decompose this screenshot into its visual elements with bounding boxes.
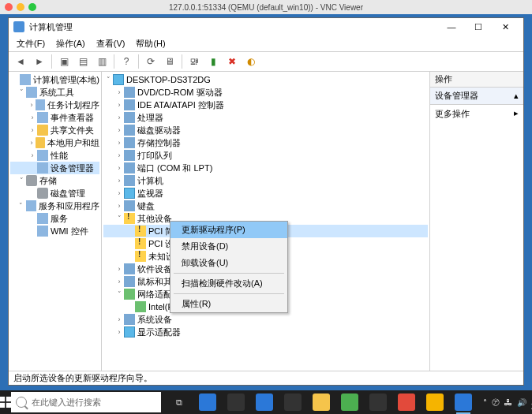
toolbar-details-button[interactable]: ▥ <box>93 53 111 70</box>
svg-rect-0 <box>0 397 5 401</box>
device-category[interactable]: 打印队列 <box>137 150 172 162</box>
system-tray[interactable]: ˄ ㋐ 🖧 🔊 20:16 2020/11/22 💬 <box>478 393 532 411</box>
device-other[interactable]: 其他设备 <box>137 213 172 225</box>
menubar: 文件(F) 操作(A) 查看(V) 帮助(H) <box>9 35 523 51</box>
tray-ime-icon[interactable]: ㋐ <box>492 397 500 408</box>
tree-root[interactable]: 计算机管理(本地) <box>33 74 99 86</box>
mac-zoom-icon[interactable] <box>28 3 36 11</box>
mac-close-icon[interactable] <box>5 3 13 11</box>
tree-item[interactable]: 任务计划程序 <box>47 99 99 111</box>
toolbar-scan-button[interactable]: 🖳 <box>185 53 203 70</box>
tray-expand-icon[interactable]: ˄ <box>483 398 487 407</box>
device-root[interactable]: DESKTOP-DS3T2DG <box>126 75 211 84</box>
window-close-button[interactable]: ✕ <box>492 19 519 35</box>
tree-item[interactable]: 服务 <box>51 213 68 225</box>
toolbar-list-button[interactable]: ▤ <box>74 53 92 70</box>
toolbar-uninstall-button[interactable]: ✖ <box>223 53 241 70</box>
menu-help[interactable]: 帮助(H) <box>131 36 170 51</box>
taskbar-app[interactable] <box>196 390 219 414</box>
ctx-separator <box>174 293 284 294</box>
window-minimize-button[interactable]: — <box>438 19 465 35</box>
toolbar-computer-button[interactable]: 🖥 <box>161 53 178 70</box>
device-category[interactable]: DVD/CD-ROM 驱动器 <box>137 87 223 99</box>
toolbar-enable-button[interactable]: ▮ <box>204 53 222 70</box>
taskbar-app[interactable] <box>281 390 305 414</box>
tray-network-icon[interactable]: 🖧 <box>504 398 512 407</box>
statusbar: 启动所选设备的更新驱动程序向导。 <box>9 371 523 385</box>
actions-header: 操作 <box>430 72 523 88</box>
tree-system-tools[interactable]: 系统工具 <box>39 87 74 99</box>
device-category[interactable]: 端口 (COM 和 LPT) <box>137 162 212 174</box>
device-category[interactable]: 软件设备 <box>137 263 172 275</box>
content-panes: 计算机管理(本地) ˅系统工具 ›任务计划程序 ›事件查看器 ›共享文件夹 ›本… <box>9 72 523 371</box>
vnc-titlebar: 127.0.0.1:51334 (QEMU (default_win10)) -… <box>0 0 532 14</box>
toolbar-up-button[interactable]: ▣ <box>55 53 73 70</box>
computer-management-window: 计算机管理 — ☐ ✕ 文件(F) 操作(A) 查看(V) 帮助(H) ◄ ► … <box>8 17 524 386</box>
taskbar-app-active[interactable] <box>451 390 475 414</box>
start-button[interactable] <box>0 390 11 414</box>
device-category[interactable]: 键盘 <box>137 200 155 212</box>
tree-item[interactable]: 事件查看器 <box>51 112 94 124</box>
tree-storage[interactable]: 存储 <box>39 175 57 187</box>
toolbar-back-button[interactable]: ◄ <box>12 53 29 70</box>
vnc-title: 127.0.0.1:51334 (QEMU (default_win10)) -… <box>0 3 532 12</box>
tree-services[interactable]: 服务和应用程序 <box>39 200 99 212</box>
toolbar-update-driver-button[interactable]: ◐ <box>242 53 260 70</box>
tree-item[interactable]: 共享文件夹 <box>51 125 94 136</box>
status-text: 启动所选设备的更新驱动程序向导。 <box>13 372 152 384</box>
tree-item[interactable]: 本地用户和组 <box>47 137 99 149</box>
taskbar-app[interactable] <box>253 390 276 414</box>
tree-item[interactable]: WMI 控件 <box>51 226 88 237</box>
toolbar-help-button[interactable]: ? <box>118 53 135 70</box>
ctx-separator <box>174 273 284 274</box>
actions-subheader[interactable]: 设备管理器 ▴ <box>430 88 523 105</box>
device-category[interactable]: 显示适配器 <box>137 326 181 338</box>
tree-item[interactable]: 性能 <box>51 150 68 162</box>
device-category[interactable]: 存储控制器 <box>137 137 181 149</box>
ctx-properties[interactable]: 属性(R) <box>170 296 287 312</box>
collapse-icon[interactable]: ▴ <box>514 91 519 101</box>
taskbar-app[interactable] <box>224 390 248 414</box>
taskbar: 在此键入进行搜索 ⧉ ˄ ㋐ 🖧 🔊 20:16 2020/11/22 💬 <box>0 390 532 414</box>
svg-rect-2 <box>0 403 5 408</box>
window-title: 计算机管理 <box>29 21 438 33</box>
tree-item[interactable]: 磁盘管理 <box>51 188 85 200</box>
ctx-disable-device[interactable]: 禁用设备(D) <box>170 238 287 255</box>
taskbar-app[interactable] <box>395 390 418 414</box>
window-maximize-button[interactable]: ☐ <box>465 19 492 35</box>
toolbar-refresh-button[interactable]: ⟳ <box>142 53 159 70</box>
app-icon <box>13 21 24 32</box>
device-category[interactable]: 计算机 <box>137 175 163 187</box>
task-view-button[interactable]: ⧉ <box>167 390 191 414</box>
device-category[interactable]: IDE ATA/ATAPI 控制器 <box>137 99 224 111</box>
mac-minimize-icon[interactable] <box>17 3 24 11</box>
menu-file[interactable]: 文件(F) <box>12 36 50 51</box>
taskbar-app[interactable] <box>309 390 333 414</box>
actions-pane: 操作 设备管理器 ▴ 更多操作 <box>430 72 523 371</box>
device-tree[interactable]: ˅DESKTOP-DS3T2DG ›DVD/CD-ROM 驱动器 ›IDE AT… <box>102 72 430 371</box>
actions-more[interactable]: 更多操作 <box>435 108 470 120</box>
context-menu: 更新驱动程序(P) 禁用设备(D) 卸载设备(U) 扫描检测硬件改动(A) 属性… <box>170 221 288 313</box>
tray-volume-icon[interactable]: 🔊 <box>517 398 526 407</box>
ctx-scan-hardware[interactable]: 扫描检测硬件改动(A) <box>170 275 287 292</box>
device-category[interactable]: 监视器 <box>137 188 163 200</box>
toolbar-forward-button[interactable]: ► <box>31 53 48 70</box>
window-titlebar[interactable]: 计算机管理 — ☐ ✕ <box>9 18 523 35</box>
ctx-uninstall-device[interactable]: 卸载设备(U) <box>170 255 287 271</box>
remote-desktop: 计算机管理 — ☐ ✕ 文件(F) 操作(A) 查看(V) 帮助(H) ◄ ► … <box>0 14 532 390</box>
left-tree[interactable]: 计算机管理(本地) ˅系统工具 ›任务计划程序 ›事件查看器 ›共享文件夹 ›本… <box>9 72 102 371</box>
device-category[interactable]: 系统设备 <box>137 314 172 326</box>
menu-action[interactable]: 操作(A) <box>51 36 90 51</box>
device-category[interactable]: 处理器 <box>137 112 163 124</box>
toolbar: ◄ ► ▣ ▤ ▥ ? ⟳ 🖥 🖳 ▮ ✖ ◐ <box>9 51 523 72</box>
device-category[interactable]: 磁盘驱动器 <box>137 125 181 136</box>
taskbar-search[interactable]: 在此键入进行搜索 <box>11 392 161 412</box>
tree-device-manager[interactable]: 设备管理器 <box>51 162 94 174</box>
taskbar-app[interactable] <box>366 390 390 414</box>
search-icon <box>16 397 27 408</box>
menu-view[interactable]: 查看(V) <box>92 36 130 51</box>
taskbar-app[interactable] <box>423 390 447 414</box>
ctx-update-driver[interactable]: 更新驱动程序(P) <box>170 222 287 238</box>
taskbar-app[interactable] <box>338 390 362 414</box>
chevron-right-icon <box>514 108 519 120</box>
